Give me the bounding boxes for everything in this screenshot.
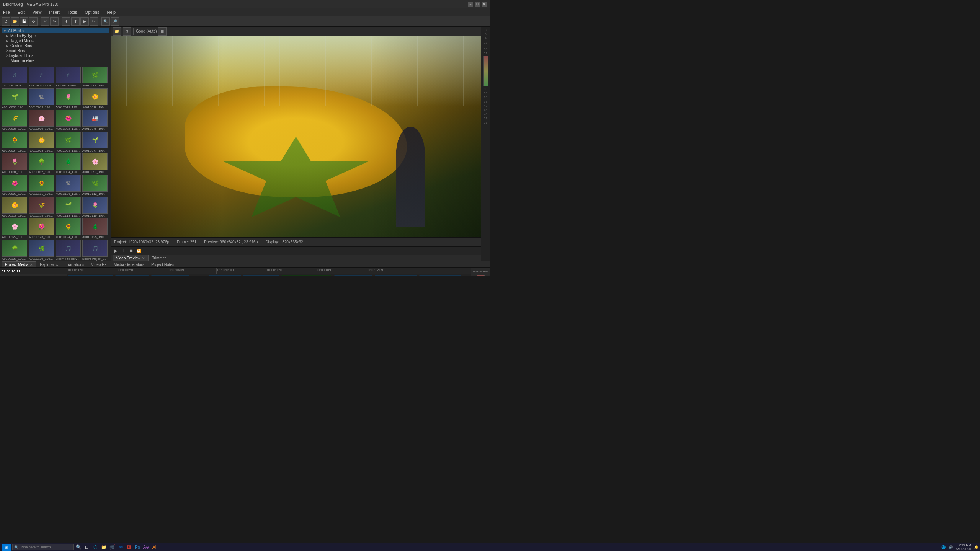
video-clip-2[interactable]: A001C006_190805_L717... (115, 275, 149, 276)
tab-explorer-close[interactable]: ✕ (56, 263, 59, 267)
media-thumb-32[interactable]: 🌲 A001C125_190806_L717..MOV (82, 218, 108, 239)
video-clip-7[interactable]: A001C..... (334, 275, 372, 276)
media-thumb-33[interactable]: 🌳 A001C127_190806_L717..MOV (2, 240, 28, 261)
media-thumb-30[interactable]: 🌺 A001C123_190806_L717..MOV (28, 218, 54, 239)
media-thumb-9[interactable]: 🌾 A001C025_190805_L717..MOV (2, 110, 28, 131)
media-thumb-35[interactable]: 🎵 Bloom Project VO_01.wav (55, 240, 81, 261)
menu-insert[interactable]: Insert (47, 10, 61, 15)
loop-button[interactable]: 🔁 (136, 248, 142, 254)
tree-label-tagged-media: Tagged Media (10, 39, 34, 43)
export-button[interactable]: ⬆ (71, 17, 80, 26)
media-thumb-16[interactable]: 🌱 A001C077_190806_L717..MOV (82, 132, 108, 153)
tab-project-media-close[interactable]: ✕ (30, 263, 33, 267)
new-button[interactable]: 🗋 (2, 17, 10, 26)
timeline-content[interactable]: 01:00:00;00 01:00:02;10 01:00:04;09 01:0… (67, 268, 471, 276)
menu-edit[interactable]: Edit (16, 10, 26, 15)
media-thumb-18[interactable]: 🌳 A001C092_190806_L717..MOV (28, 153, 54, 174)
tab-trimmer[interactable]: Trimmer (149, 255, 170, 261)
menu-help[interactable]: Help (105, 10, 117, 15)
pause-button[interactable]: ⏸ (120, 248, 127, 254)
tab-project-notes[interactable]: Project Notes (148, 261, 178, 267)
media-thumb-24[interactable]: 🌿 A001C112_190806_L717..MOV (82, 175, 108, 196)
tab-media-generators[interactable]: Media Generators (110, 261, 148, 267)
video-clip-4[interactable]: A001C..... (209, 275, 241, 276)
media-thumb-27[interactable]: 🌱 A001C118_190806_L717..MOV (55, 197, 81, 218)
maximize-button[interactable]: □ (475, 2, 480, 7)
media-thumb-1[interactable]: 🎵 175_full_badly-behaved_0150.wav (2, 67, 28, 88)
menu-tools[interactable]: Tools (66, 10, 79, 15)
media-thumb-15[interactable]: 🌿 A001C065_190806_L717..MOV (55, 132, 81, 153)
zoom-in-button[interactable]: 🔍 (101, 17, 110, 26)
media-thumb-34[interactable]: 🌿 A001C129_190806_L717..MOV (28, 240, 54, 261)
video-clip-8[interactable]: A001C106_190806... (375, 275, 417, 276)
media-thumb-29[interactable]: 🌸 A001C122_190806_L717..MOV (2, 218, 28, 239)
tab-video-preview[interactable]: Video Preview ✕ (113, 255, 149, 261)
redo-button[interactable]: ↪ (50, 17, 59, 26)
media-thumb-28[interactable]: 🌷 A001C119_190806_L717..MOV (82, 197, 108, 218)
menu-options[interactable]: Options (83, 10, 101, 15)
play-button[interactable]: ▶ (113, 248, 119, 254)
media-thumb-23[interactable]: 🏗 A001C106_190806_L717..MOV (55, 175, 81, 196)
media-thumb-2[interactable]: 🎵 175_short12_badly-behaved_d0032.wav (28, 67, 54, 88)
media-thumb-7[interactable]: 🌷 A001C015_190805_L717..MOV (55, 88, 81, 109)
render-button[interactable]: ▶ (80, 17, 89, 26)
media-thumb-8[interactable]: 🌼 A001C018_190805_L717..MOV (82, 88, 108, 109)
tree-item-all-media[interactable]: ▼ All Media (2, 28, 109, 33)
stop-button[interactable]: ⏹ (128, 248, 135, 254)
media-thumb-22[interactable]: 🌻 A001C101_190806_L717..MOV (28, 175, 54, 196)
media-thumb-36[interactable]: 🎵 Bloom Project_Last Line_31.wav (82, 240, 108, 261)
split-button[interactable]: ✂ (90, 17, 98, 26)
minimize-button[interactable]: − (468, 2, 473, 7)
tab-project-media[interactable]: Project Media ✕ (2, 261, 36, 267)
settings-button[interactable]: ⚙ (29, 17, 38, 26)
media-thumb-31[interactable]: 🌻 A001C124_190806_L717..MOV (55, 218, 81, 239)
close-button[interactable]: ✕ (482, 2, 487, 7)
media-thumb-21[interactable]: 🌺 A001C098_190806_L717..MOV (2, 175, 28, 196)
tab-explorer[interactable]: Explorer ✕ (36, 261, 62, 267)
media-thumb-11[interactable]: 🌺 A001C032_190805_L717..MOV (55, 110, 81, 131)
media-thumb-20[interactable]: 🌸 A001C097_190806_L717..MOV (82, 153, 108, 174)
media-thumb-10[interactable]: 🌸 A001C029_190805_L717..MOV (28, 110, 54, 131)
tree-item-custom-bins[interactable]: ▶ Custom Bins (2, 43, 109, 48)
video-clip-1[interactable]: A001C004_190805_L717... (68, 275, 113, 276)
tree-item-storyboard-bins[interactable]: Storyboard Bins (2, 53, 109, 58)
window-controls[interactable]: − □ ✕ (468, 2, 487, 7)
level-lock-button[interactable]: 🔒 (26, 276, 31, 276)
media-thumb-14[interactable]: 🌼 A001C058_190806_L717..MOV (28, 132, 54, 153)
save-button[interactable]: 💾 (20, 17, 28, 26)
media-thumb-26[interactable]: 🌾 A001C115_190806_L717..MOV (28, 197, 54, 218)
menu-view[interactable]: View (31, 10, 43, 15)
undo-button[interactable]: ↩ (41, 17, 49, 26)
tree-item-media-by-type[interactable]: ▶ Media By Type (2, 33, 109, 38)
media-thumb-3[interactable]: 🎵 320_full_something-is-fhy_0165.wav (55, 67, 81, 88)
media-thumb-19[interactable]: 🌲 A001C094_190806_L717..MOV (55, 153, 81, 174)
tree-item-tagged-media[interactable]: ▶ Tagged Media (2, 38, 109, 43)
thumb-preview-24: 🌿 (82, 175, 108, 192)
tab-transitions[interactable]: Transitions (62, 261, 88, 267)
video-clip-3[interactable]: A001C012_190805... (151, 275, 189, 276)
tree-item-main-timeline[interactable]: Main Timeline (2, 58, 109, 63)
menu-file[interactable]: File (2, 10, 11, 15)
media-thumb-5[interactable]: 🌱 A001C006_190805_L717..MOV (2, 88, 28, 109)
tree-item-smart-bins[interactable]: Smart Bins (2, 48, 109, 53)
media-thumb-6[interactable]: 🏗 A001C012_190805_L717..MOV (28, 88, 54, 109)
thumb-label-21: A001C098_190806_L717..MOV (2, 192, 27, 196)
thumb-preview-28: 🌷 (82, 197, 108, 214)
media-thumb-13[interactable]: 🌻 A001C054_190806_L717..MOV (2, 132, 28, 153)
tab-video-preview-close[interactable]: ✕ (142, 256, 145, 260)
preview-zoom-button[interactable]: 🖥 (158, 27, 167, 36)
zoom-out-button[interactable]: 🔎 (111, 17, 119, 26)
media-thumb-12[interactable]: 🏭 A001C045_190805_L717..MOV (82, 110, 108, 131)
video-clip-5[interactable]: A001C..... (243, 275, 279, 276)
import-button[interactable]: ⬇ (62, 17, 70, 26)
media-thumb-17[interactable]: 🌷 A001C081_190806_L717..MOV (2, 153, 28, 174)
preview-import-button[interactable]: 📁 (113, 27, 121, 36)
media-thumb-25[interactable]: 🌼 A001C113_190806_L717..MOV (2, 197, 28, 218)
preview-settings-button[interactable]: ⚙ (122, 27, 131, 36)
video-clip-6[interactable]: Bloom_1803801_C0036 (281, 275, 331, 276)
video-clip-9[interactable]: A001C..... (419, 275, 461, 276)
tab-video-fx[interactable]: Video FX (88, 261, 110, 267)
media-thumb-4[interactable]: 🌿 A001C004_190805_L717..MOV (82, 67, 108, 88)
open-button[interactable]: 📂 (11, 17, 19, 26)
display-resolution: Display: 1320x635x32 (265, 240, 303, 244)
